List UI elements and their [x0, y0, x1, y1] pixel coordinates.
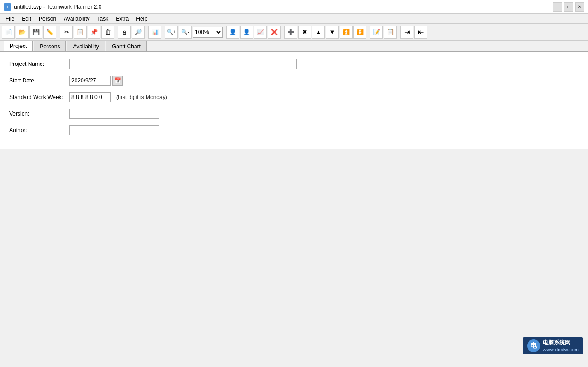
zoom-select[interactable]: 50% 75% 100% 125% 150% 200%: [193, 27, 223, 38]
menu-edit[interactable]: Edit: [18, 15, 35, 23]
delete-button[interactable]: 🗑: [101, 26, 114, 39]
watermark-icon: 电: [527, 339, 540, 352]
menu-task[interactable]: Task: [94, 15, 112, 23]
menu-file[interactable]: File: [2, 15, 18, 23]
copy-button[interactable]: 📋: [74, 26, 87, 39]
zoom-selector[interactable]: 50% 75% 100% 125% 150% 200%: [193, 27, 223, 38]
watermark-line1: 电脑系统网: [543, 339, 579, 347]
tab-persons[interactable]: Persons: [34, 41, 66, 51]
move-down-button[interactable]: ▼: [326, 26, 339, 39]
add-task-button[interactable]: ➕: [284, 26, 297, 39]
title-controls: — □ ✕: [553, 2, 584, 12]
tabs: Project Persons Availability Gantt Chart: [0, 41, 588, 52]
title-bar: T untitled.twp - Teamwork Planner 2.0 — …: [0, 0, 588, 14]
print-preview-button[interactable]: 🔎: [132, 26, 145, 39]
new-button[interactable]: 📄: [2, 26, 15, 39]
tab-gantt-chart[interactable]: Gantt Chart: [106, 41, 147, 51]
author-row: Author:: [9, 125, 579, 135]
start-date-row: Start Date: 📅: [9, 76, 579, 86]
project-name-row: Project Name:: [9, 59, 579, 69]
save-edit-button[interactable]: ✏️: [43, 26, 56, 39]
zoom-in-button[interactable]: 🔍+: [165, 26, 178, 39]
work-week-row: Standard Work Week: (first digit is Mond…: [9, 92, 579, 102]
gantt-view-button[interactable]: 📈: [254, 26, 267, 39]
note2-button[interactable]: 📋: [384, 26, 397, 39]
zoom-out-button[interactable]: 🔍-: [179, 26, 192, 39]
version-input[interactable]: [69, 109, 159, 119]
window-title: untitled.twp - Teamwork Planner 2.0: [14, 4, 102, 10]
version-row: Version:: [9, 109, 579, 119]
watermark: 电 电脑系统网 www.dnxtw.com: [523, 337, 583, 354]
remove-person-button[interactable]: 👤: [240, 26, 253, 39]
menu-help[interactable]: Help: [132, 15, 151, 23]
project-name-input[interactable]: [69, 59, 297, 69]
move-up-button[interactable]: ▲: [312, 26, 325, 39]
cut-button[interactable]: ✂: [60, 26, 73, 39]
work-week-label: Standard Work Week:: [9, 94, 69, 100]
move-top-button[interactable]: ⏫: [340, 26, 353, 39]
menu-extra[interactable]: Extra: [112, 15, 132, 23]
note1-button[interactable]: 📝: [370, 26, 383, 39]
work-week-hint: (first digit is Monday): [116, 94, 167, 100]
main-content: Project Name: Start Date: 📅 Standard Wor…: [0, 52, 588, 149]
close-button[interactable]: ✕: [575, 2, 584, 12]
author-input[interactable]: [69, 125, 159, 135]
work-week-input[interactable]: [69, 92, 111, 102]
calendar-button[interactable]: 📅: [112, 76, 123, 86]
title-left: T untitled.twp - Teamwork Planner 2.0: [4, 3, 102, 11]
paste-button[interactable]: 📌: [88, 26, 100, 39]
indent-button[interactable]: ⇥: [400, 26, 413, 39]
move-bottom-button[interactable]: ⏬: [353, 26, 366, 39]
tab-availability[interactable]: Availability: [67, 41, 105, 51]
start-date-label: Start Date:: [9, 77, 69, 84]
watermark-line2: www.dnxtw.com: [543, 347, 579, 352]
menu-bar: File Edit Person Availability Task Extra…: [0, 14, 588, 24]
status-bar: [0, 356, 588, 367]
outdent-button[interactable]: ⇤: [414, 26, 427, 39]
menu-person[interactable]: Person: [35, 15, 60, 23]
print-button[interactable]: 🖨: [118, 26, 131, 39]
author-label: Author:: [9, 127, 69, 134]
gantt-remove-button[interactable]: ❌: [268, 26, 281, 39]
open-button[interactable]: 📂: [16, 26, 29, 39]
start-date-wrapper: 📅: [69, 76, 123, 86]
tab-project[interactable]: Project: [4, 41, 33, 51]
save-button[interactable]: 💾: [29, 26, 42, 39]
start-date-input[interactable]: [69, 76, 111, 86]
add-person-button[interactable]: 👤: [226, 26, 239, 39]
app-icon: T: [4, 3, 11, 11]
menu-availability[interactable]: Availability: [60, 15, 93, 23]
minimize-button[interactable]: —: [553, 2, 562, 12]
remove-task-button[interactable]: ✖: [298, 26, 311, 39]
toolbar: 📄 📂 💾 ✏️ ✂ 📋 📌 🗑 🖨 🔎 📊 🔍+ 🔍- 50% 75% 100…: [0, 24, 588, 41]
resources-button[interactable]: 📊: [148, 26, 161, 39]
maximize-button[interactable]: □: [564, 2, 573, 12]
project-name-label: Project Name:: [9, 61, 69, 67]
version-label: Version:: [9, 111, 69, 117]
